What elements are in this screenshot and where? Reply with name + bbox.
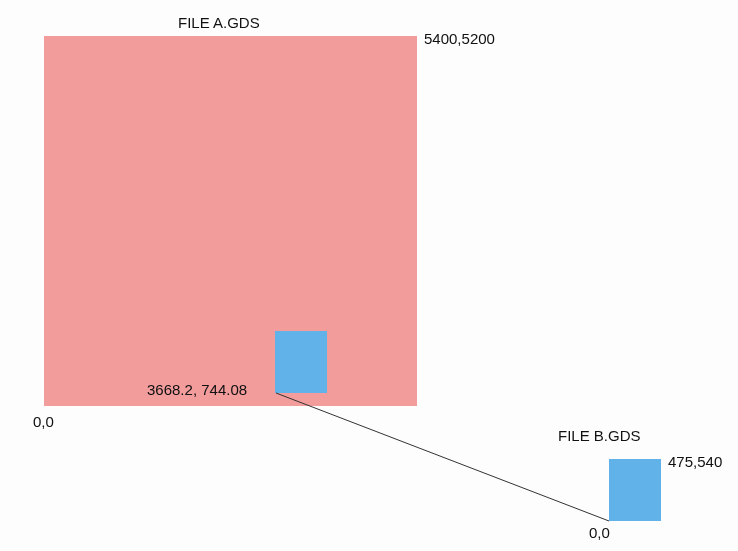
diagram-stage: FILE A.GDS 5400,5200 0,0 3668.2, 744.08 … (0, 0, 738, 551)
file-a-inset-rect (275, 331, 327, 393)
file-b-origin-label: 0,0 (589, 524, 610, 541)
file-b-extent-label: 475,540 (668, 453, 722, 470)
file-b-rect (609, 459, 661, 521)
file-b-title: FILE B.GDS (558, 427, 641, 444)
file-a-extent-label: 5400,5200 (424, 30, 495, 47)
file-a-inset-origin-label: 3668.2, 744.08 (147, 381, 247, 398)
file-a-title: FILE A.GDS (178, 14, 260, 31)
svg-line-0 (276, 393, 609, 521)
file-a-origin-label: 0,0 (33, 413, 54, 430)
file-a-rect (44, 36, 417, 406)
